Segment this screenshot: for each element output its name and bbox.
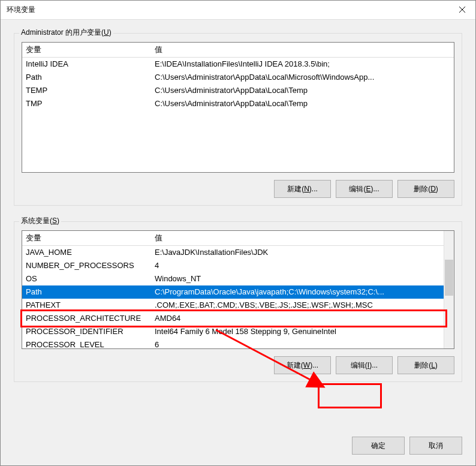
- cell-value: C:\ProgramData\Oracle\Java\javapath;C:\W…: [151, 285, 444, 299]
- cell-variable: IntelliJ IDEA: [22, 58, 151, 71]
- dialog-content: Administrator 的用户变量(U) 变量 值 IntelliJ IDE…: [1, 20, 475, 431]
- table-row[interactable]: PROCESSOR_ARCHITECTUREAMD64: [22, 312, 444, 325]
- table-row[interactable]: PATHEXT.COM;.EXE;.BAT;.CMD;.VBS;.VBE;.JS…: [22, 299, 444, 312]
- table-row[interactable]: TMPC:\Users\Administrator\AppData\Local\…: [22, 97, 454, 110]
- scrollbar-thumb[interactable]: [445, 260, 453, 296]
- table-row[interactable]: TEMPC:\Users\Administrator\AppData\Local…: [22, 84, 454, 97]
- system-variables-table: 变量 值 JAVA_HOMEE:\JavaJDK\InstallationFil…: [22, 231, 444, 348]
- cell-variable: PROCESSOR_ARCHITECTURE: [22, 312, 151, 325]
- user-variables-table-wrap[interactable]: 变量 值 IntelliJ IDEAE:\IDEA\InstallationFi…: [22, 42, 454, 173]
- cell-value: C:\Users\Administrator\AppData\Local\Mic…: [151, 71, 454, 84]
- close-icon: [459, 7, 465, 13]
- close-button[interactable]: [448, 1, 475, 19]
- environment-variables-dialog: 环境变量 Administrator 的用户变量(U) 变量 值 Intelli…: [0, 0, 476, 466]
- system-variables-legend: 系统变量(S): [19, 216, 61, 226]
- system-variables-table-wrap[interactable]: 变量 值 JAVA_HOMEE:\JavaJDK\InstallationFil…: [22, 230, 454, 349]
- user-variables-legend: Administrator 的用户变量(U): [19, 28, 113, 38]
- dialog-footer: 确定 取消: [1, 431, 475, 465]
- user-buttons-row: 新建(N)... 编辑(E)... 删除(D): [22, 180, 454, 198]
- window-title: 环境变量: [7, 5, 35, 15]
- titlebar: 环境变量: [1, 1, 475, 20]
- system-new-button[interactable]: 新建(W)...: [274, 356, 331, 374]
- system-delete-button[interactable]: 删除(L): [397, 356, 454, 374]
- user-new-button[interactable]: 新建(N)...: [274, 180, 331, 198]
- cell-value: C:\Users\Administrator\AppData\Local\Tem…: [151, 97, 454, 110]
- cell-variable: OS: [22, 272, 151, 285]
- table-row[interactable]: NUMBER_OF_PROCESSORS4: [22, 259, 444, 272]
- sys-col-variable[interactable]: 变量: [22, 231, 151, 246]
- cell-variable: PROCESSOR_LEVEL: [22, 338, 151, 349]
- cell-variable: PATHEXT: [22, 299, 151, 312]
- user-edit-button[interactable]: 编辑(E)...: [336, 180, 393, 198]
- cell-value: 4: [151, 259, 444, 272]
- cell-variable: Path: [22, 285, 151, 299]
- cell-variable: TMP: [22, 97, 151, 110]
- cell-value: E:\IDEA\InstallationFiles\IntelliJ IDEA …: [151, 58, 454, 71]
- table-row[interactable]: IntelliJ IDEAE:\IDEA\InstallationFiles\I…: [22, 58, 454, 71]
- system-table-scrollbar[interactable]: [444, 231, 454, 348]
- cell-variable: JAVA_HOME: [22, 246, 151, 259]
- user-variables-group: Administrator 的用户变量(U) 变量 值 IntelliJ IDE…: [14, 33, 462, 206]
- table-row[interactable]: PathC:\ProgramData\Oracle\Java\javapath;…: [22, 285, 444, 299]
- cell-variable: NUMBER_OF_PROCESSORS: [22, 259, 151, 272]
- cell-value: Intel64 Family 6 Model 158 Stepping 9, G…: [151, 325, 444, 338]
- table-row[interactable]: JAVA_HOMEE:\JavaJDK\InstallationFiles\JD…: [22, 246, 444, 259]
- table-row[interactable]: PROCESSOR_IDENTIFIERIntel64 Family 6 Mod…: [22, 325, 444, 338]
- user-variables-table: 变量 值 IntelliJ IDEAE:\IDEA\InstallationFi…: [22, 43, 454, 110]
- cancel-button[interactable]: 取消: [409, 437, 462, 455]
- cell-value: C:\Users\Administrator\AppData\Local\Tem…: [151, 84, 454, 97]
- user-col-variable[interactable]: 变量: [22, 43, 151, 58]
- cell-value: Windows_NT: [151, 272, 444, 285]
- sys-col-value[interactable]: 值: [151, 231, 444, 246]
- table-row[interactable]: PathC:\Users\Administrator\AppData\Local…: [22, 71, 454, 84]
- cell-value: AMD64: [151, 312, 444, 325]
- system-edit-button[interactable]: 编辑(I)...: [336, 356, 393, 374]
- cell-value: E:\JavaJDK\InstallationFiles\JDK: [151, 246, 444, 259]
- system-buttons-row: 新建(W)... 编辑(I)... 删除(L): [22, 356, 454, 374]
- cell-value: 6: [151, 338, 444, 349]
- ok-button[interactable]: 确定: [352, 437, 405, 455]
- user-col-value[interactable]: 值: [151, 43, 454, 58]
- cell-variable: PROCESSOR_IDENTIFIER: [22, 325, 151, 338]
- table-row[interactable]: PROCESSOR_LEVEL6: [22, 338, 444, 349]
- cell-variable: Path: [22, 71, 151, 84]
- cell-value: .COM;.EXE;.BAT;.CMD;.VBS;.VBE;.JS;.JSE;.…: [151, 299, 444, 312]
- table-row[interactable]: OSWindows_NT: [22, 272, 444, 285]
- user-delete-button[interactable]: 删除(D): [397, 180, 454, 198]
- system-variables-group: 系统变量(S) 变量 值 JAVA_HOMEE:\JavaJDK\Install…: [14, 221, 462, 382]
- cell-variable: TEMP: [22, 84, 151, 97]
